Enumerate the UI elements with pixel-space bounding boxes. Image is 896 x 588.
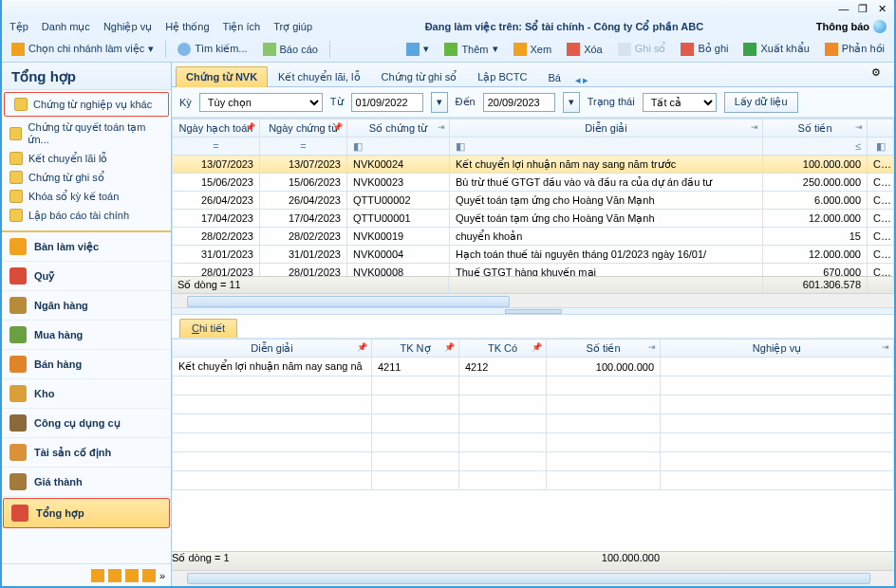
filter-op[interactable]: ◧ bbox=[868, 138, 894, 156]
export-button[interactable]: Xuất khẩu bbox=[739, 41, 812, 58]
dcol-credit[interactable]: TK Có📌 bbox=[459, 340, 547, 358]
main-area: Chứng từ NVK Kết chuyển lãi, lỗ Chứng từ… bbox=[172, 63, 894, 586]
dcol-debit[interactable]: TK Nợ📌 bbox=[372, 340, 459, 358]
menu-system[interactable]: Hệ thống bbox=[165, 21, 209, 33]
sidebar-cat-stock[interactable]: Kho bbox=[2, 379, 171, 409]
report[interactable]: Báo cáo bbox=[259, 41, 322, 58]
foot-icon[interactable] bbox=[91, 569, 104, 582]
filter-op[interactable]: = bbox=[260, 138, 347, 156]
tab-prev-icon[interactable]: ◂ bbox=[575, 74, 581, 86]
table-row[interactable]: 13/07/202313/07/2023NVK00024Kết chuyển l… bbox=[173, 156, 894, 174]
detail-h-scrollbar[interactable] bbox=[172, 570, 894, 586]
sidebar-sub-3[interactable]: Chứng từ ghi sổ bbox=[2, 168, 171, 187]
tab-ledger[interactable]: Chứng từ ghi sổ bbox=[371, 66, 468, 87]
view-button[interactable]: Xem bbox=[510, 41, 556, 58]
col-amount[interactable]: Số tiền⇥ bbox=[763, 119, 868, 138]
filter-bar: Kỳ Tùy chọn Từ ▾ Đến ▾ Trạng thái Tất cả… bbox=[172, 87, 894, 118]
from-date-picker[interactable]: ▾ bbox=[431, 92, 448, 113]
detail-count: Số dòng = 1 bbox=[172, 552, 546, 570]
from-date[interactable] bbox=[351, 93, 423, 112]
dcol-ops[interactable]: Nghiệp vụ⇥ bbox=[661, 340, 894, 358]
col-post-date[interactable]: Ngày hạch toán📌 bbox=[173, 119, 260, 138]
status-label: Trạng thái bbox=[588, 96, 635, 108]
sidebar-cat-fund[interactable]: Quỹ bbox=[2, 262, 171, 291]
table-row[interactable]: 26/04/202326/04/2023QTTU00002Quyết toán … bbox=[173, 192, 894, 210]
detail-row[interactable]: Kết chuyển lợi nhuận năm nay sang nă 421… bbox=[173, 358, 894, 377]
filter-op[interactable]: ◧ bbox=[347, 138, 450, 156]
filter-op[interactable]: = bbox=[173, 138, 260, 156]
from-label: Từ bbox=[330, 96, 344, 108]
menubar: Tệp Danh mục Nghiệp vụ Hệ thống Tiện ích… bbox=[2, 17, 894, 36]
refresh-icon[interactable]: ▾ bbox=[402, 41, 433, 58]
detail-sum: 100.000.000 bbox=[546, 552, 660, 570]
to-date-picker[interactable]: ▾ bbox=[563, 92, 580, 113]
sidebar-sub-0[interactable]: Chứng từ nghiệp vụ khác bbox=[7, 95, 166, 114]
dcol-desc[interactable]: Diễn giải📌 bbox=[173, 340, 372, 358]
post-button[interactable]: Ghi sổ bbox=[614, 41, 670, 58]
sidebar-cat-sales[interactable]: Bán hàng bbox=[2, 350, 171, 379]
menu-help[interactable]: Trợ giúp bbox=[273, 21, 312, 33]
tab-bctc[interactable]: Lập BCTC bbox=[467, 66, 537, 87]
gear-icon[interactable]: ⚙ bbox=[871, 66, 887, 82]
table-row[interactable]: 31/01/202331/01/2023NVK00004Hạch toán th… bbox=[173, 246, 894, 264]
splitter[interactable] bbox=[172, 307, 894, 315]
table-row[interactable]: 28/01/202328/01/2023NVK00008Thuế GTGT hà… bbox=[173, 264, 894, 277]
max-button[interactable]: ❐ bbox=[856, 3, 869, 15]
menu-file[interactable]: Tệp bbox=[9, 21, 28, 33]
col-voucher-date[interactable]: Ngày chứng từ📌 bbox=[260, 119, 347, 138]
sidebar-cat-tools[interactable]: Công cụ dụng cụ bbox=[2, 409, 171, 438]
sidebar-sub-5[interactable]: Lập báo cáo tài chính bbox=[2, 206, 171, 225]
filter-op[interactable]: ≤ bbox=[763, 138, 868, 156]
sidebar-cat-cost[interactable]: Giá thành bbox=[2, 468, 171, 497]
sidebar-cat-general[interactable]: Tổng hợp bbox=[3, 498, 170, 528]
status-select[interactable]: Tất cả bbox=[643, 93, 717, 112]
unpost-button[interactable]: Bỏ ghi bbox=[677, 41, 732, 58]
delete-button[interactable]: Xóa bbox=[563, 41, 607, 58]
sidebar-cat-desktop[interactable]: Bàn làm việc bbox=[2, 232, 171, 262]
menu-util[interactable]: Tiện ích bbox=[223, 21, 261, 33]
foot-icon[interactable] bbox=[142, 569, 156, 582]
table-row[interactable]: 28/02/202328/02/2023NVK00019chuyển khoản… bbox=[173, 228, 894, 246]
foot-more[interactable]: » bbox=[159, 570, 165, 581]
notify[interactable]: Thông báo bbox=[816, 20, 887, 33]
branch-picker[interactable]: Chọn chi nhánh làm việc ▾ bbox=[8, 41, 158, 58]
sidebar-cat-purchase[interactable]: Mua hàng bbox=[2, 321, 171, 350]
tab-more[interactable]: Bá bbox=[537, 67, 570, 87]
col-branch[interactable] bbox=[868, 119, 894, 138]
close-button[interactable]: ✕ bbox=[875, 3, 888, 15]
col-desc[interactable]: Diễn giải⇥ bbox=[450, 119, 763, 138]
col-voucher-no[interactable]: Số chứng từ⇥ bbox=[347, 119, 450, 138]
menu-ops[interactable]: Nghiệp vụ bbox=[103, 21, 152, 33]
period-select[interactable]: Tùy chọn bbox=[199, 93, 323, 112]
min-button[interactable]: — bbox=[837, 3, 850, 14]
foot-icon[interactable] bbox=[108, 569, 121, 582]
tab-next-icon[interactable]: ▸ bbox=[583, 74, 588, 86]
sidebar: Tổng hợp Chứng từ nghiệp vụ khác Chứng t… bbox=[2, 63, 172, 586]
tab-voucher[interactable]: Chứng từ NVK bbox=[176, 66, 268, 87]
globe-icon bbox=[873, 20, 887, 33]
sidebar-sub-1[interactable]: Chứng từ quyết toán tạm ứn... bbox=[2, 119, 171, 149]
add-button[interactable]: Thêm ▾ bbox=[440, 41, 501, 58]
tab-closing[interactable]: Kết chuyển lãi, lỗ bbox=[268, 66, 370, 87]
table-row[interactable]: 17/04/202317/04/2023QTTU00001Quyết toán … bbox=[173, 210, 894, 228]
sidebar-cat-assets[interactable]: Tài sản cố định bbox=[2, 438, 171, 468]
foot-icon[interactable] bbox=[125, 569, 139, 582]
fetch-button[interactable]: Lấy dữ liệu bbox=[724, 92, 798, 113]
period-label: Kỳ bbox=[179, 97, 192, 108]
detail-tab[interactable]: Chi tiết bbox=[179, 319, 237, 338]
menu-catalog[interactable]: Danh mục bbox=[42, 21, 90, 33]
to-date[interactable] bbox=[483, 93, 555, 112]
working-title: Đang làm việc trên: Sổ tài chính - Công … bbox=[326, 21, 803, 33]
sidebar-title: Tổng hợp bbox=[2, 63, 171, 90]
sidebar-cat-bank[interactable]: Ngân hàng bbox=[2, 291, 171, 321]
main-grid: Ngày hạch toán📌 Ngày chứng từ📌 Số chứng … bbox=[172, 118, 894, 307]
feedback-button[interactable]: Phản hồi bbox=[821, 41, 888, 58]
sidebar-sub-4[interactable]: Khóa sổ kỳ kế toán bbox=[2, 187, 171, 206]
tab-strip: Chứng từ NVK Kết chuyển lãi, lỗ Chứng từ… bbox=[172, 63, 894, 87]
h-scrollbar[interactable] bbox=[172, 293, 894, 307]
sidebar-sub-2[interactable]: Kết chuyển lãi lỗ bbox=[2, 149, 171, 168]
search[interactable]: Tìm kiếm... bbox=[174, 41, 251, 58]
filter-op[interactable]: ◧ bbox=[450, 138, 763, 156]
dcol-amount[interactable]: Số tiền⇥ bbox=[547, 340, 661, 358]
table-row[interactable]: 15/06/202315/06/2023NVK00023Bù trừ thuế … bbox=[173, 174, 894, 192]
